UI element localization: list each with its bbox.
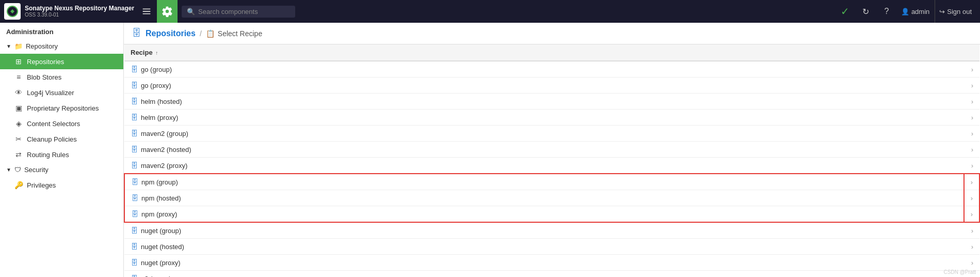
sort-arrow-icon: ↑ <box>155 50 158 56</box>
recipe-db-icon: 🗄 <box>131 65 138 73</box>
recipe-cell: 🗄maven2 (proxy) <box>124 158 964 174</box>
recipe-db-icon: 🗄 <box>131 81 138 89</box>
table-row[interactable]: 🗄maven2 (group)› <box>124 126 979 142</box>
table-row[interactable]: 🗄npm (proxy)› <box>124 206 979 223</box>
table-row[interactable]: 🗄helm (hosted)› <box>124 94 979 110</box>
row-arrow-cell[interactable]: › <box>964 78 979 94</box>
column-action <box>964 44 979 61</box>
search-icon: 🔍 <box>187 8 195 16</box>
recipe-db-icon: 🗄 <box>131 274 138 277</box>
table-row[interactable]: 🗄maven2 (proxy)› <box>124 158 979 174</box>
recipe-cell: 🗄maven2 (hosted) <box>124 142 964 158</box>
sidebar-log4j-label: Log4j Visualizer <box>27 89 74 97</box>
table-row[interactable]: 🗄go (group)› <box>124 61 979 78</box>
sidebar-item-privileges[interactable]: 🔑 Privileges <box>0 177 123 193</box>
main-content: 🗄 Repositories / 📋 Select Recipe Recipe … <box>124 23 980 277</box>
user-menu-btn[interactable]: 👤 admin <box>898 8 933 16</box>
row-arrow-cell[interactable]: › <box>964 239 979 255</box>
sidebar-item-routing-rules[interactable]: ⇄ Routing Rules <box>0 147 123 162</box>
row-arrow-cell[interactable]: › <box>964 190 979 206</box>
recipe-cell: 🗄npm (group) <box>124 174 964 190</box>
row-arrow-icon: › <box>971 98 973 105</box>
row-arrow-cell[interactable]: › <box>964 255 979 271</box>
sidebar-group-repository[interactable]: ▼ 📁 Repository <box>0 39 123 54</box>
search-box[interactable]: 🔍 <box>182 6 295 18</box>
blob-stores-icon: ≡ <box>14 73 23 81</box>
row-arrow-cell[interactable]: › <box>964 206 979 223</box>
recipe-label: npm (proxy) <box>141 210 177 218</box>
recipe-label: maven2 (group) <box>141 130 188 137</box>
sidebar-security-label: Security <box>24 166 49 174</box>
sidebar-item-cleanup-policies[interactable]: ✂ Cleanup Policies <box>0 131 123 147</box>
row-arrow-icon: › <box>971 66 973 73</box>
app-title-group: Sonatype Nexus Repository Manager OSS 3.… <box>25 5 134 18</box>
content-selectors-icon: ◈ <box>14 119 23 128</box>
sidebar: Administration ▼ 📁 Repository ⊞ Reposito… <box>0 23 124 277</box>
signout-icon: ↪ <box>939 8 945 16</box>
row-arrow-icon: › <box>971 227 973 235</box>
recipe-label: nuget (proxy) <box>141 259 181 267</box>
row-arrow-icon: › <box>971 114 973 121</box>
recipe-cell: 🗄go (group) <box>124 61 964 78</box>
row-arrow-cell[interactable]: › <box>964 142 979 158</box>
refresh-icon[interactable]: ↻ <box>857 2 875 21</box>
recipe-label: maven2 (hosted) <box>141 146 191 153</box>
admin-icon-btn[interactable] <box>157 0 178 23</box>
recipe-label: maven2 (proxy) <box>141 162 187 170</box>
signout-btn[interactable]: ↪ Sign out <box>935 0 976 23</box>
table-row[interactable]: 🗄nuget (proxy)› <box>124 255 979 271</box>
row-arrow-cell[interactable]: › <box>964 126 979 142</box>
row-arrow-cell[interactable]: › <box>964 94 979 110</box>
sidebar-item-content-selectors[interactable]: ◈ Content Selectors <box>0 116 123 131</box>
sidebar-item-repositories[interactable]: ⊞ Repositories <box>0 54 123 69</box>
breadcrumb-db-icon: 🗄 <box>132 28 141 39</box>
recipe-cell: 🗄helm (hosted) <box>124 94 964 110</box>
table-row[interactable]: 🗄go (proxy)› <box>124 78 979 94</box>
search-input[interactable] <box>198 8 290 16</box>
table-row[interactable]: 🗄maven2 (hosted)› <box>124 142 979 158</box>
sidebar-item-log4j[interactable]: 👁 Log4j Visualizer <box>0 85 123 100</box>
table-row[interactable]: 🗄p2 (proxy)› <box>124 271 979 278</box>
row-arrow-cell[interactable]: › <box>964 110 979 126</box>
breadcrumb-current: 📋 Select Recipe <box>206 29 262 38</box>
breadcrumb-link[interactable]: Repositories <box>146 29 196 38</box>
help-icon[interactable]: ? <box>877 2 896 21</box>
row-arrow-cell[interactable]: › <box>964 174 979 190</box>
table-row[interactable]: 🗄nuget (group)› <box>124 222 979 239</box>
recipe-label: p2 (proxy) <box>141 275 171 277</box>
recipe-label: nuget (hosted) <box>141 243 184 251</box>
sidebar-content-selectors-label: Content Selectors <box>27 120 80 128</box>
recipe-cell: 🗄nuget (proxy) <box>124 255 964 271</box>
row-arrow-cell[interactable]: › <box>964 158 979 174</box>
column-recipe[interactable]: Recipe ↑ <box>124 44 964 61</box>
signout-label: Sign out <box>947 8 972 16</box>
recipe-db-icon: 🗄 <box>131 178 138 186</box>
sidebar-cleanup-label: Cleanup Policies <box>27 135 77 143</box>
row-arrow-cell[interactable]: › <box>964 61 979 78</box>
cleanup-icon: ✂ <box>14 135 23 143</box>
app-logo: Sonatype Nexus Repository Manager OSS 3.… <box>4 3 134 20</box>
sidebar-item-proprietary[interactable]: ▣ Proprietary Repositories <box>0 100 123 116</box>
row-arrow-cell[interactable]: › <box>964 222 979 239</box>
app-subtitle: OSS 3.39.0-01 <box>25 12 134 18</box>
sidebar-item-blob-stores[interactable]: ≡ Blob Stores <box>0 69 123 85</box>
table-row[interactable]: 🗄npm (group)› <box>124 174 979 190</box>
watermark: CSDN @Pratt <box>944 269 976 275</box>
table-row[interactable]: 🗄npm (hosted)› <box>124 190 979 206</box>
breadcrumb-current-label: Select Recipe <box>218 29 262 38</box>
recipe-db-icon: 🗄 <box>131 210 138 218</box>
table-row[interactable]: 🗄nuget (hosted)› <box>124 239 979 255</box>
user-icon: 👤 <box>901 8 909 16</box>
log4j-icon: 👁 <box>14 88 23 97</box>
recipe-label: npm (group) <box>141 178 178 186</box>
row-arrow-icon: › <box>971 243 973 251</box>
recipe-table-container[interactable]: Recipe ↑ 🗄go (group)›🗄go (proxy)›🗄helm (… <box>124 44 980 277</box>
sidebar-proprietary-label: Proprietary Repositories <box>27 104 99 112</box>
row-arrow-icon: › <box>971 178 973 186</box>
recipe-label: nuget (group) <box>141 227 181 235</box>
sidebar-routing-label: Routing Rules <box>27 151 69 159</box>
browse-icon-btn[interactable] <box>136 0 157 23</box>
recipe-db-icon: 🗄 <box>131 226 138 235</box>
table-row[interactable]: 🗄helm (proxy)› <box>124 110 979 126</box>
sidebar-group-security[interactable]: ▼ 🛡 Security <box>0 162 123 177</box>
